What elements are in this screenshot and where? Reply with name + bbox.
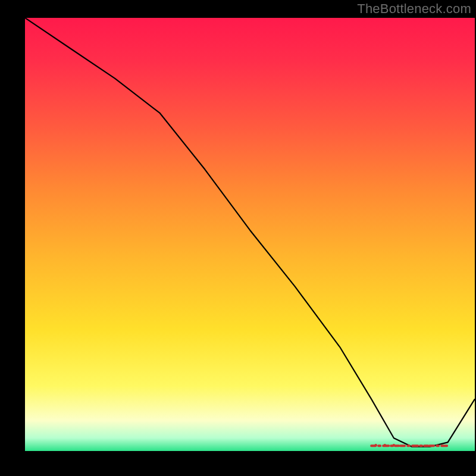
bottleneck-curve [25, 18, 475, 447]
chart-frame: TheBottleneck.com [0, 0, 476, 476]
svg-point-0 [375, 444, 377, 446]
overlay-svg [25, 18, 475, 451]
attribution-text: TheBottleneck.com [357, 1, 471, 17]
svg-point-1 [384, 444, 386, 446]
optimal-markers [371, 444, 448, 446]
plot-area [25, 18, 475, 451]
svg-point-2 [393, 444, 395, 446]
